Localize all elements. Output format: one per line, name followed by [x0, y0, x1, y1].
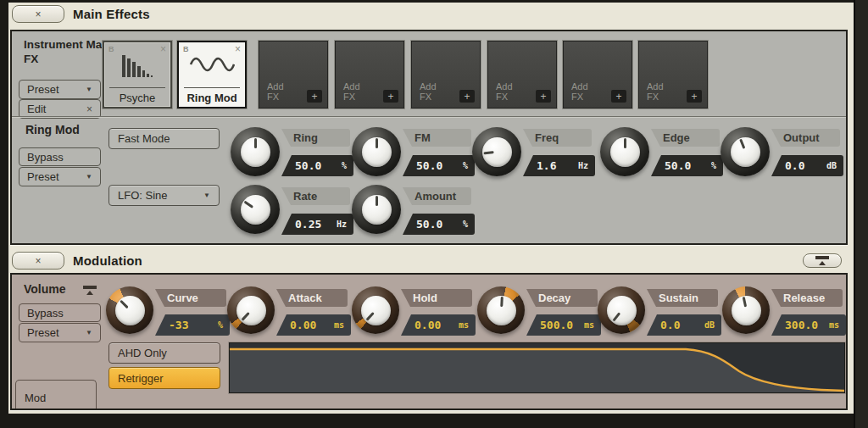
- release-value[interactable]: 300.0ms: [771, 314, 846, 336]
- plus-icon[interactable]: +: [307, 90, 322, 103]
- section-divider: [12, 116, 846, 118]
- param-label: Hold: [401, 289, 472, 307]
- add-fx-slot[interactable]: AddFX +: [487, 41, 557, 108]
- fx-preset-dropdown[interactable]: Preset ▼: [19, 80, 101, 99]
- ahd-only-button[interactable]: AHD Only: [108, 342, 220, 364]
- fast-mode-button[interactable]: Fast Mode: [108, 128, 220, 149]
- rate-knob[interactable]: [231, 185, 280, 234]
- curve-value[interactable]: -33%: [155, 314, 230, 336]
- close-icon[interactable]: ×: [86, 103, 92, 115]
- knob-pointer: [483, 151, 493, 154]
- param-label: Release: [771, 289, 843, 307]
- mod-slot-title: Volume: [24, 282, 66, 297]
- chevron-down-icon: ▼: [86, 173, 92, 181]
- param-label: Ring: [281, 129, 350, 147]
- knob-pointer: [739, 139, 745, 149]
- main-fx-panel: Instrument Main FX Preset ▼ Edit × B × P…: [10, 30, 848, 245]
- release-knob[interactable]: [722, 286, 770, 334]
- amount-knob[interactable]: [352, 185, 401, 234]
- rate-value[interactable]: 0.25Hz: [281, 214, 353, 235]
- modulation-panel: Volume Bypass Preset ▼ Mod Curve -33% At…: [10, 273, 848, 410]
- plus-icon[interactable]: +: [383, 90, 398, 103]
- mod-preset-dropdown[interactable]: Preset ▼: [19, 323, 101, 342]
- param-label: Amount: [403, 187, 471, 205]
- fm-knob[interactable]: [352, 127, 401, 176]
- knob-pointer: [624, 138, 626, 148]
- freq-knob[interactable]: [472, 127, 521, 176]
- fx-slot-psyche[interactable]: B × Psyche: [103, 41, 172, 108]
- collapse-panel-icon: [815, 256, 829, 265]
- ring-mod-preset-dropdown[interactable]: Preset ▼: [19, 167, 101, 186]
- window-edge-left: [0, 0, 8, 428]
- attack-value[interactable]: 0.00ms: [276, 314, 351, 336]
- lfo-waveform-dropdown[interactable]: LFO: Sine ▼: [108, 185, 220, 206]
- retrigger-button[interactable]: Retrigger: [108, 367, 220, 389]
- plus-icon[interactable]: +: [611, 90, 626, 103]
- add-fx-slot[interactable]: AddFX +: [335, 41, 404, 108]
- close-icon: ×: [35, 256, 41, 266]
- window-edge-bottom: [0, 414, 868, 428]
- add-fx-slot[interactable]: AddFX +: [638, 41, 708, 108]
- bypass-badge[interactable]: B: [108, 45, 114, 53]
- add-fx-slot[interactable]: AddFX +: [563, 41, 632, 108]
- ring-mod-bypass-button[interactable]: Bypass: [19, 147, 101, 166]
- param-label: Attack: [276, 289, 348, 307]
- output-knob[interactable]: [721, 127, 770, 176]
- spectrum-bars-icon: [121, 53, 153, 80]
- edge-knob[interactable]: [600, 127, 649, 176]
- param-label: Sustain: [647, 289, 718, 307]
- decay-value[interactable]: 500.0ms: [526, 314, 601, 336]
- modulation-collapse-button[interactable]: [803, 253, 842, 268]
- main-effects-title: Main Effects: [73, 7, 150, 21]
- decay-knob[interactable]: [477, 286, 525, 334]
- knob-pointer: [365, 312, 374, 321]
- param-label: Rate: [281, 187, 350, 205]
- fx-slot-ring-mod[interactable]: B × Ring Mod: [177, 41, 247, 108]
- sine-wave-icon: [189, 53, 235, 76]
- output-value[interactable]: 0.0dB: [771, 155, 843, 176]
- add-fx-slot[interactable]: AddFX +: [259, 41, 328, 108]
- hold-value[interactable]: 0.00ms: [401, 314, 476, 336]
- chevron-down-icon: ▼: [86, 329, 92, 336]
- remove-fx-icon[interactable]: ×: [160, 43, 166, 55]
- add-fx-slot[interactable]: AddFX +: [411, 41, 481, 108]
- collapse-slot-icon[interactable]: [83, 286, 97, 295]
- bypass-badge[interactable]: B: [183, 45, 189, 53]
- main-effects-close-button[interactable]: ×: [12, 5, 64, 23]
- plus-icon[interactable]: +: [459, 90, 475, 103]
- curve-knob[interactable]: [106, 286, 153, 334]
- chevron-down-icon: ▼: [86, 86, 92, 93]
- ring-value[interactable]: 50.0%: [281, 155, 353, 176]
- remove-fx-icon[interactable]: ×: [235, 43, 241, 55]
- plus-icon[interactable]: +: [687, 90, 702, 103]
- knob-pointer: [500, 297, 504, 307]
- param-label: Freq: [523, 129, 592, 147]
- edge-value[interactable]: 50.0%: [651, 155, 723, 176]
- rack-label: Instrument Main FX: [24, 38, 114, 67]
- ring-mod-section-title: Ring Mod: [25, 123, 80, 138]
- fm-value[interactable]: 50.0%: [403, 155, 475, 176]
- window-edge-right: [854, 0, 868, 428]
- amount-value[interactable]: 50.0%: [403, 214, 475, 235]
- sustain-value[interactable]: 0.0dB: [647, 314, 721, 336]
- plus-icon[interactable]: +: [536, 90, 551, 103]
- modulation-close-button[interactable]: ×: [12, 252, 64, 270]
- hold-knob[interactable]: [352, 286, 399, 334]
- param-label: Curve: [155, 289, 226, 307]
- slot-name: Ring Mod: [179, 92, 245, 104]
- mod-bypass-button[interactable]: Bypass: [19, 303, 101, 322]
- mod-tab[interactable]: Mod: [15, 380, 97, 409]
- attack-knob[interactable]: [227, 286, 275, 334]
- freq-value[interactable]: 1.6Hz: [523, 155, 595, 176]
- chevron-down-icon: ▼: [203, 192, 210, 199]
- knob-pointer: [742, 297, 746, 307]
- sustain-knob[interactable]: [598, 286, 645, 334]
- knob-pointer: [376, 196, 378, 206]
- ring-knob[interactable]: [231, 127, 280, 176]
- knob-pointer: [120, 300, 129, 309]
- knob-pointer: [243, 201, 253, 208]
- param-label: FM: [403, 129, 471, 147]
- slot-name: Psyche: [104, 92, 170, 104]
- param-label: Decay: [526, 289, 598, 307]
- slot-divider: [184, 87, 240, 88]
